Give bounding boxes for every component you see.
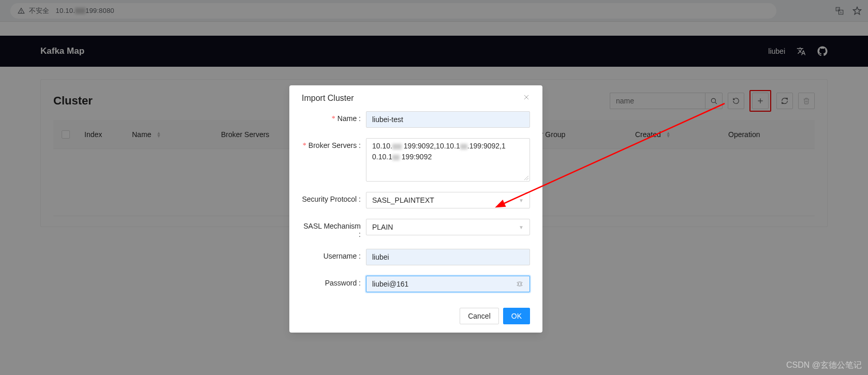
ok-button[interactable]: OK xyxy=(503,308,530,324)
svg-point-14 xyxy=(520,283,522,285)
label-brokers: *Broker Servers : xyxy=(302,138,366,150)
modal-title: Import Cluster xyxy=(302,94,523,103)
password-visibility-icon[interactable] xyxy=(516,280,524,288)
input-password[interactable]: liubei@161 xyxy=(366,276,530,292)
input-name[interactable]: liubei-test xyxy=(366,111,530,128)
svg-point-13 xyxy=(518,283,519,285)
input-username[interactable]: liubei xyxy=(366,249,530,265)
label-name: *Name : xyxy=(302,111,366,123)
chevron-down-icon: ▼ xyxy=(519,198,524,203)
label-sasl: SASL Mechanism : xyxy=(302,219,366,238)
svg-line-11 xyxy=(524,176,528,180)
select-security-protocol[interactable]: SASL_PLAINTEXT▼ xyxy=(366,192,530,208)
label-security: Security Protocol : xyxy=(302,192,366,203)
cancel-button[interactable]: Cancel xyxy=(460,308,499,324)
import-cluster-modal: Import Cluster *Name : liubei-test *Brok… xyxy=(289,85,542,333)
modal-close-button[interactable] xyxy=(523,94,530,103)
input-brokers[interactable]: 10.10. 199:9092,10.10.1.199:9092,10.10.1… xyxy=(366,138,530,182)
select-sasl-mechanism[interactable]: PLAIN▼ xyxy=(366,219,530,235)
chevron-down-icon: ▼ xyxy=(519,224,524,230)
svg-line-12 xyxy=(526,178,528,180)
resize-handle-icon[interactable] xyxy=(523,175,528,180)
label-password: Password : xyxy=(302,276,366,287)
label-username: Username : xyxy=(302,249,366,260)
